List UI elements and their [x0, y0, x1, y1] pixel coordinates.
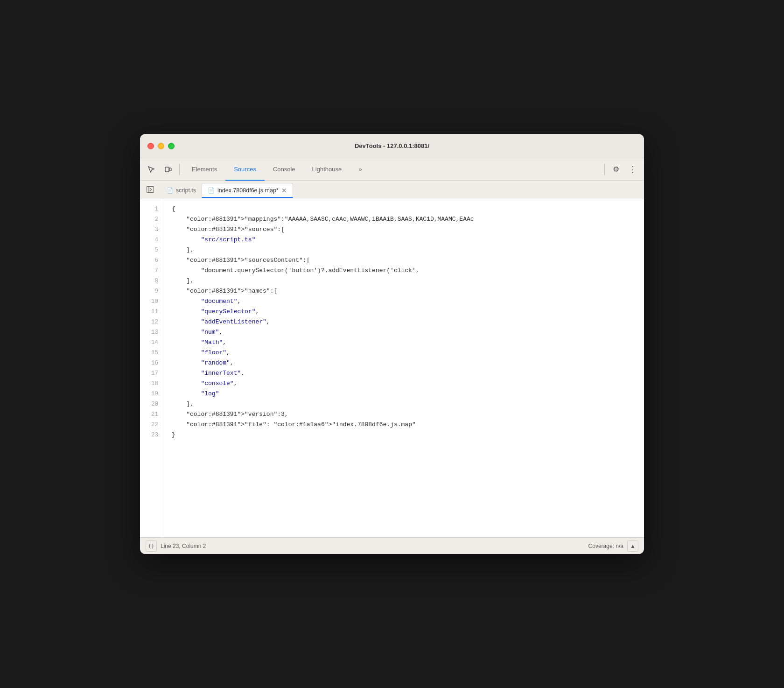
file-tab-index-map[interactable]: 📄 index.7808df6e.js.map* ✕ [202, 183, 293, 198]
code-line: "color:#881391">"sourcesContent":[ [172, 255, 637, 266]
code-line: "random", [172, 358, 637, 368]
tab-sources[interactable]: Sources [225, 158, 265, 181]
line-number: 7 [140, 266, 164, 276]
line-number: 20 [140, 399, 164, 409]
maximize-button[interactable] [168, 143, 175, 149]
line-number: 4 [140, 235, 164, 245]
line-number: 19 [140, 389, 164, 399]
line-number: 12 [140, 317, 164, 327]
more-tabs-button[interactable]: » [350, 158, 370, 181]
line-numbers-gutter: 1234567891011121314151617181920212223 [140, 198, 164, 537]
file-icon: 📄 [166, 187, 173, 194]
code-line: "src/script.ts" [172, 235, 637, 245]
tab-lighthouse[interactable]: Lighthouse [304, 158, 350, 181]
cursor-position: Line 23, Column 2 [161, 543, 206, 549]
line-number: 17 [140, 368, 164, 379]
svg-rect-0 [165, 167, 169, 172]
code-content[interactable]: { "color:#881391">"mappings":"AAAAA,SAAS… [164, 198, 644, 537]
line-number: 14 [140, 337, 164, 348]
code-line: "Math", [172, 337, 637, 348]
code-line: "color:#881391">"names":[ [172, 286, 637, 296]
code-line: "document.querySelector('button')?.addEv… [172, 266, 637, 276]
code-line: "addEventListener", [172, 317, 637, 327]
scroll-to-bottom-button[interactable]: ▲ [627, 541, 638, 552]
code-editor: 1234567891011121314151617181920212223 { … [140, 198, 644, 537]
toolbar-right-actions: ⚙ ⋮ [609, 162, 640, 177]
line-number: 23 [140, 430, 164, 440]
tab-elements[interactable]: Elements [183, 158, 225, 181]
format-button[interactable]: {} [146, 541, 157, 552]
file-tab-label: script.ts [176, 187, 196, 194]
code-line: "num", [172, 327, 637, 337]
tab-console[interactable]: Console [265, 158, 304, 181]
main-toolbar: Elements Sources Console Lighthouse » ⚙ … [140, 158, 644, 181]
minimize-button[interactable] [158, 143, 164, 149]
svg-rect-2 [147, 186, 154, 192]
line-number: 16 [140, 358, 164, 368]
line-number: 5 [140, 245, 164, 255]
code-line: "color:#881391">"sources":[ [172, 225, 637, 235]
coverage-status: Coverage: n/a [588, 543, 623, 549]
close-tab-button[interactable]: ✕ [281, 187, 287, 194]
code-line: "innerText", [172, 368, 637, 379]
code-line: "querySelector", [172, 307, 637, 317]
toggle-sidebar-button[interactable] [144, 183, 157, 196]
line-number: 22 [140, 420, 164, 430]
line-number: 8 [140, 276, 164, 286]
file-icon-active: 📄 [208, 187, 215, 194]
inspect-element-icon[interactable] [144, 162, 159, 177]
line-number: 9 [140, 286, 164, 296]
svg-line-4 [150, 188, 152, 190]
file-tab-script-ts[interactable]: 📄 script.ts [161, 183, 202, 198]
toolbar-divider-right [604, 164, 605, 175]
code-line: "color:#881391">"file": "color:#1a1aa6">… [172, 420, 637, 430]
code-line: "console", [172, 379, 637, 389]
line-number: 18 [140, 379, 164, 389]
window-title: DevTools - 127.0.0.1:8081/ [355, 142, 429, 149]
line-number: 13 [140, 327, 164, 337]
code-line: "document", [172, 296, 637, 307]
status-bar: {} Line 23, Column 2 Coverage: n/a ▲ [140, 537, 644, 554]
line-number: 2 [140, 214, 164, 225]
svg-rect-1 [169, 168, 171, 171]
line-number: 3 [140, 225, 164, 235]
status-bar-left: {} Line 23, Column 2 [146, 541, 206, 552]
toolbar-divider [179, 164, 180, 175]
settings-button[interactable]: ⚙ [609, 162, 623, 177]
code-line: "floor", [172, 348, 637, 358]
traffic-lights [147, 143, 175, 149]
line-number: 15 [140, 348, 164, 358]
line-number: 11 [140, 307, 164, 317]
line-number: 10 [140, 296, 164, 307]
line-number: 1 [140, 204, 164, 214]
line-number: 6 [140, 255, 164, 266]
code-line: ], [172, 399, 637, 409]
code-line: ], [172, 276, 637, 286]
code-line: { [172, 204, 637, 214]
more-options-button[interactable]: ⋮ [625, 162, 640, 177]
code-line: "color:#881391">"mappings":"AAAAA,SAASC,… [172, 214, 637, 225]
file-tab-label-active: index.7808df6e.js.map* [217, 187, 279, 194]
code-line: } [172, 430, 637, 440]
status-bar-right: Coverage: n/a ▲ [588, 541, 638, 552]
line-number: 21 [140, 409, 164, 420]
svg-line-5 [150, 190, 152, 191]
device-toolbar-icon[interactable] [161, 162, 175, 177]
code-line: "color:#881391">"version":3, [172, 409, 637, 420]
file-tabs-bar: 📄 script.ts 📄 index.7808df6e.js.map* ✕ [140, 181, 644, 198]
title-bar: DevTools - 127.0.0.1:8081/ [140, 134, 644, 158]
close-button[interactable] [147, 143, 154, 149]
code-line: ], [172, 245, 637, 255]
tab-navigation: Elements Sources Console Lighthouse » [183, 158, 601, 181]
devtools-window: DevTools - 127.0.0.1:8081/ Elements Sour… [140, 134, 644, 554]
code-line: "log" [172, 389, 637, 399]
